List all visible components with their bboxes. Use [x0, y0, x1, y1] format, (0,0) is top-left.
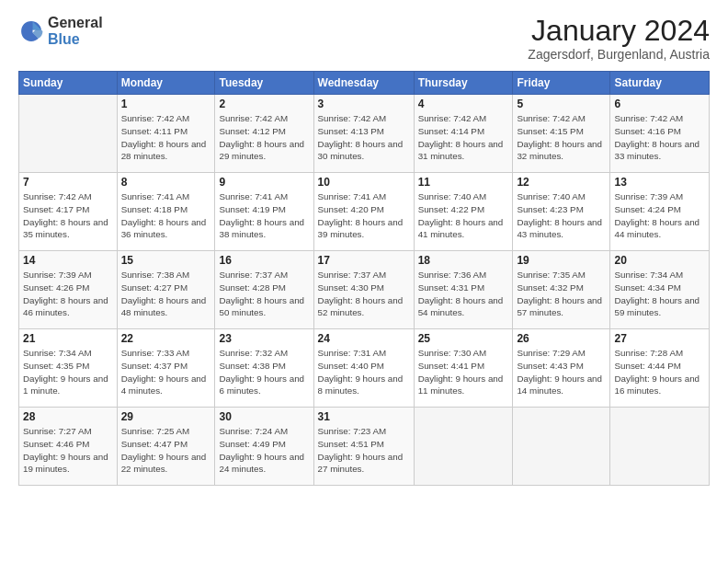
calendar-cell: 29Sunrise: 7:25 AMSunset: 4:47 PMDayligh…	[117, 408, 215, 486]
cell-day-number: 26	[517, 332, 606, 345]
cell-info: Sunrise: 7:38 AMSunset: 4:27 PMDaylight:…	[121, 269, 211, 319]
cell-day-number: 28	[23, 410, 113, 423]
cell-info: Sunrise: 7:32 AMSunset: 4:38 PMDaylight:…	[219, 347, 309, 397]
calendar-week-row: 28Sunrise: 7:27 AMSunset: 4:46 PMDayligh…	[19, 408, 710, 486]
cell-day-number: 20	[614, 254, 705, 267]
header: General Blue January 2024 Zagersdorf, Bu…	[18, 15, 710, 62]
weekday-header: Sunday	[19, 72, 118, 95]
calendar: SundayMondayTuesdayWednesdayThursdayFrid…	[18, 71, 710, 486]
cell-info: Sunrise: 7:33 AMSunset: 4:37 PMDaylight:…	[121, 347, 211, 397]
cell-info: Sunrise: 7:42 AMSunset: 4:12 PMDaylight:…	[219, 112, 309, 163]
cell-day-number: 16	[219, 254, 309, 267]
title-block: January 2024 Zagersdorf, Burgenland, Aus…	[528, 15, 710, 62]
calendar-cell: 31Sunrise: 7:23 AMSunset: 4:51 PMDayligh…	[313, 408, 414, 486]
logo: General Blue	[18, 15, 103, 47]
cell-day-number: 14	[23, 254, 113, 267]
cell-day-number: 7	[23, 176, 113, 189]
calendar-header-row: SundayMondayTuesdayWednesdayThursdayFrid…	[19, 72, 710, 95]
cell-day-number: 29	[121, 410, 211, 423]
cell-info: Sunrise: 7:42 AMSunset: 4:17 PMDaylight:…	[23, 190, 113, 241]
calendar-cell: 8Sunrise: 7:41 AMSunset: 4:18 PMDaylight…	[117, 173, 215, 251]
cell-day-number: 11	[418, 176, 509, 189]
cell-day-number: 1	[121, 98, 211, 110]
cell-info: Sunrise: 7:35 AMSunset: 4:32 PMDaylight:…	[517, 269, 606, 319]
logo-blue-label: Blue	[48, 31, 103, 48]
calendar-cell	[19, 95, 118, 173]
cell-day-number: 18	[418, 254, 509, 267]
calendar-week-row: 7Sunrise: 7:42 AMSunset: 4:17 PMDaylight…	[19, 173, 710, 251]
calendar-cell: 16Sunrise: 7:37 AMSunset: 4:28 PMDayligh…	[215, 251, 313, 329]
cell-day-number: 17	[318, 254, 410, 267]
calendar-cell	[610, 408, 710, 486]
calendar-cell: 10Sunrise: 7:41 AMSunset: 4:20 PMDayligh…	[313, 173, 414, 251]
main-title: January 2024	[528, 15, 710, 47]
logo-general-label: General	[48, 15, 103, 31]
cell-day-number: 9	[219, 176, 309, 189]
cell-info: Sunrise: 7:37 AMSunset: 4:30 PMDaylight:…	[318, 269, 410, 319]
cell-day-number: 13	[614, 176, 705, 189]
calendar-cell: 24Sunrise: 7:31 AMSunset: 4:40 PMDayligh…	[313, 329, 414, 408]
calendar-cell: 25Sunrise: 7:30 AMSunset: 4:41 PMDayligh…	[414, 329, 513, 408]
cell-day-number: 22	[121, 332, 211, 345]
cell-day-number: 27	[614, 332, 705, 345]
cell-day-number: 21	[23, 332, 113, 345]
weekday-header: Friday	[513, 72, 610, 95]
cell-info: Sunrise: 7:39 AMSunset: 4:24 PMDaylight:…	[614, 190, 705, 241]
calendar-cell: 6Sunrise: 7:42 AMSunset: 4:16 PMDaylight…	[610, 95, 710, 173]
cell-day-number: 10	[318, 176, 410, 189]
page: General Blue January 2024 Zagersdorf, Bu…	[0, 0, 728, 563]
calendar-cell: 3Sunrise: 7:42 AMSunset: 4:13 PMDaylight…	[313, 95, 414, 173]
calendar-cell: 12Sunrise: 7:40 AMSunset: 4:23 PMDayligh…	[513, 173, 610, 251]
cell-day-number: 12	[517, 176, 606, 189]
cell-day-number: 4	[418, 98, 509, 110]
cell-day-number: 30	[219, 410, 309, 423]
calendar-cell: 20Sunrise: 7:34 AMSunset: 4:34 PMDayligh…	[610, 251, 710, 329]
cell-info: Sunrise: 7:41 AMSunset: 4:20 PMDaylight:…	[318, 190, 410, 241]
calendar-cell: 26Sunrise: 7:29 AMSunset: 4:43 PMDayligh…	[513, 329, 610, 408]
calendar-week-row: 14Sunrise: 7:39 AMSunset: 4:26 PMDayligh…	[19, 251, 710, 329]
cell-info: Sunrise: 7:42 AMSunset: 4:15 PMDaylight:…	[517, 112, 606, 163]
cell-info: Sunrise: 7:36 AMSunset: 4:31 PMDaylight:…	[418, 269, 509, 319]
cell-info: Sunrise: 7:42 AMSunset: 4:11 PMDaylight:…	[121, 112, 211, 163]
calendar-cell: 7Sunrise: 7:42 AMSunset: 4:17 PMDaylight…	[19, 173, 118, 251]
cell-info: Sunrise: 7:27 AMSunset: 4:46 PMDaylight:…	[23, 425, 113, 476]
logo-icon	[18, 18, 44, 44]
cell-info: Sunrise: 7:23 AMSunset: 4:51 PMDaylight:…	[318, 425, 410, 476]
calendar-cell: 18Sunrise: 7:36 AMSunset: 4:31 PMDayligh…	[414, 251, 513, 329]
cell-day-number: 15	[121, 254, 211, 267]
calendar-cell: 11Sunrise: 7:40 AMSunset: 4:22 PMDayligh…	[414, 173, 513, 251]
cell-info: Sunrise: 7:34 AMSunset: 4:35 PMDaylight:…	[23, 347, 113, 397]
calendar-cell: 4Sunrise: 7:42 AMSunset: 4:14 PMDaylight…	[414, 95, 513, 173]
cell-info: Sunrise: 7:39 AMSunset: 4:26 PMDaylight:…	[23, 269, 113, 319]
cell-day-number: 6	[614, 98, 705, 110]
calendar-cell: 2Sunrise: 7:42 AMSunset: 4:12 PMDaylight…	[215, 95, 313, 173]
weekday-header: Monday	[117, 72, 215, 95]
cell-day-number: 19	[517, 254, 606, 267]
cell-info: Sunrise: 7:42 AMSunset: 4:13 PMDaylight:…	[318, 112, 410, 163]
cell-day-number: 3	[318, 98, 410, 110]
calendar-cell: 22Sunrise: 7:33 AMSunset: 4:37 PMDayligh…	[117, 329, 215, 408]
calendar-week-row: 21Sunrise: 7:34 AMSunset: 4:35 PMDayligh…	[19, 329, 710, 408]
calendar-cell: 30Sunrise: 7:24 AMSunset: 4:49 PMDayligh…	[215, 408, 313, 486]
logo-text: General Blue	[48, 15, 103, 47]
subtitle: Zagersdorf, Burgenland, Austria	[528, 47, 710, 62]
calendar-cell: 28Sunrise: 7:27 AMSunset: 4:46 PMDayligh…	[19, 408, 118, 486]
cell-info: Sunrise: 7:40 AMSunset: 4:23 PMDaylight:…	[517, 190, 606, 241]
cell-info: Sunrise: 7:28 AMSunset: 4:44 PMDaylight:…	[614, 347, 705, 397]
cell-info: Sunrise: 7:31 AMSunset: 4:40 PMDaylight:…	[318, 347, 410, 397]
cell-info: Sunrise: 7:34 AMSunset: 4:34 PMDaylight:…	[614, 269, 705, 319]
calendar-cell: 23Sunrise: 7:32 AMSunset: 4:38 PMDayligh…	[215, 329, 313, 408]
weekday-header: Tuesday	[215, 72, 313, 95]
weekday-header: Thursday	[414, 72, 513, 95]
calendar-cell: 1Sunrise: 7:42 AMSunset: 4:11 PMDaylight…	[117, 95, 215, 173]
calendar-cell: 14Sunrise: 7:39 AMSunset: 4:26 PMDayligh…	[19, 251, 118, 329]
cell-info: Sunrise: 7:42 AMSunset: 4:14 PMDaylight:…	[418, 112, 509, 163]
cell-info: Sunrise: 7:25 AMSunset: 4:47 PMDaylight:…	[121, 425, 211, 476]
cell-day-number: 24	[318, 332, 410, 345]
cell-day-number: 8	[121, 176, 211, 189]
calendar-cell: 17Sunrise: 7:37 AMSunset: 4:30 PMDayligh…	[313, 251, 414, 329]
cell-info: Sunrise: 7:30 AMSunset: 4:41 PMDaylight:…	[418, 347, 509, 397]
cell-day-number: 5	[517, 98, 606, 110]
weekday-header: Wednesday	[313, 72, 414, 95]
cell-info: Sunrise: 7:42 AMSunset: 4:16 PMDaylight:…	[614, 112, 705, 163]
